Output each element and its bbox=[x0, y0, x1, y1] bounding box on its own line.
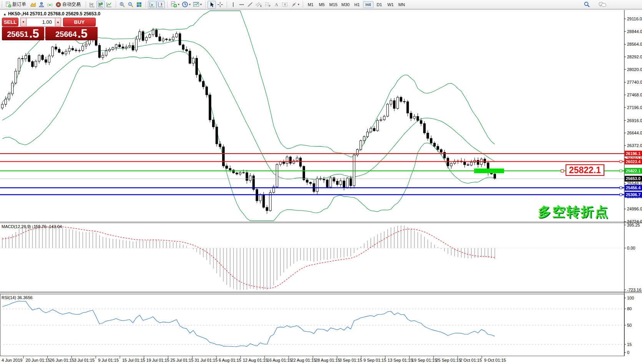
profile-button[interactable] bbox=[37, 1, 46, 8]
zoom-in-icon bbox=[119, 2, 125, 8]
svg-text:E: E bbox=[260, 5, 262, 7]
zoom-in-button[interactable] bbox=[118, 1, 126, 8]
svg-text:0.00: 0.00 bbox=[627, 246, 635, 250]
periods-icon bbox=[182, 1, 188, 8]
indicators-button[interactable]: ▾ bbox=[169, 1, 181, 8]
market-watch-icon bbox=[30, 2, 36, 8]
cursor-button[interactable] bbox=[207, 1, 216, 8]
price-tag-26023.4: 26023.4 bbox=[626, 159, 640, 164]
timeframe-W1[interactable]: W1 bbox=[385, 1, 396, 8]
svg-text:25 Jul 01:15: 25 Jul 01:15 bbox=[171, 358, 194, 362]
text-label-icon: T bbox=[282, 2, 289, 8]
svg-text:20 Jun 01:15: 20 Jun 01:15 bbox=[26, 358, 50, 362]
equidistant-channel-button[interactable]: E bbox=[254, 1, 263, 8]
bar-chart-button[interactable] bbox=[88, 1, 96, 8]
timeframe-H4[interactable]: H4 bbox=[363, 1, 373, 8]
volume-stepper: ▼ ▲ bbox=[20, 18, 61, 26]
fibonacci-button[interactable]: F bbox=[263, 1, 272, 8]
templates-button[interactable]: ▾ bbox=[192, 1, 203, 8]
timeframe-H1[interactable]: H1 bbox=[352, 1, 362, 8]
chat-button[interactable] bbox=[597, 1, 607, 8]
indicators-icon bbox=[171, 1, 177, 8]
fibonacci-icon: F bbox=[264, 2, 271, 8]
svg-text:T: T bbox=[284, 3, 286, 7]
new-order-icon bbox=[5, 2, 12, 8]
toolbar-separator bbox=[167, 1, 168, 8]
vertical-line-button[interactable] bbox=[229, 1, 237, 8]
horizontal-line-button[interactable] bbox=[237, 1, 246, 8]
svg-text:24996.0: 24996.0 bbox=[627, 207, 642, 211]
trendline-button[interactable] bbox=[246, 1, 254, 8]
text-button[interactable]: A bbox=[272, 1, 280, 8]
candlestick-chart-button[interactable] bbox=[96, 1, 105, 8]
periods-caret[interactable]: ▾ bbox=[189, 3, 191, 6]
chart-title: ▲HK50-,H4 25701.0 25768.0 25629.5 25653.… bbox=[3, 11, 100, 17]
svg-text:50: 50 bbox=[627, 323, 632, 328]
price-tag-25653.0: 25653.0 bbox=[626, 176, 640, 181]
toolbar-group-objects: ▾ ▾ ▾ bbox=[169, 0, 203, 9]
connector-handle[interactable] bbox=[561, 170, 564, 172]
chart-shift-button[interactable] bbox=[156, 1, 165, 8]
timeframe-M5[interactable]: M5 bbox=[317, 1, 327, 8]
line-chart-icon bbox=[106, 2, 112, 8]
chart-area[interactable]: 29116.028844.028564.028292.028020.027740… bbox=[0, 0, 642, 364]
toolbar-group-trade: 新订单 自动交易 bbox=[2, 0, 83, 9]
support-price-label[interactable]: 25822.1 bbox=[566, 164, 604, 176]
svg-text:0: 0 bbox=[627, 350, 629, 355]
toolbar-group-cursor bbox=[207, 0, 224, 9]
sell-button[interactable]: SELL bbox=[2, 18, 18, 26]
templates-caret[interactable]: ▾ bbox=[200, 3, 202, 6]
volume-decrease-button[interactable]: ▼ bbox=[20, 18, 27, 26]
timeframe-MN[interactable]: MN bbox=[396, 1, 407, 8]
auto-trading-label: 自动交易 bbox=[62, 1, 81, 8]
chat-icon bbox=[599, 2, 606, 8]
line-handle[interactable] bbox=[620, 170, 622, 172]
trendline-icon bbox=[247, 2, 253, 8]
periods-button[interactable]: ▾ bbox=[181, 1, 192, 8]
svg-text:28564.0: 28564.0 bbox=[627, 42, 642, 46]
timeframe-M15[interactable]: M15 bbox=[328, 1, 339, 8]
svg-text:-723.16: -723.16 bbox=[627, 288, 641, 292]
search-button[interactable] bbox=[582, 1, 591, 8]
buy-price-display[interactable]: 25664.5 bbox=[45, 27, 98, 40]
auto-trading-icon bbox=[55, 2, 61, 8]
zoom-out-button[interactable] bbox=[126, 1, 135, 8]
auto-trading-button[interactable]: 自动交易 bbox=[54, 1, 83, 8]
support-highlight-bar[interactable] bbox=[474, 169, 504, 173]
timeframe-M30[interactable]: M30 bbox=[340, 1, 351, 8]
buy-button[interactable]: BUY bbox=[63, 18, 96, 26]
line-chart-button[interactable] bbox=[105, 1, 113, 8]
toolbar-right bbox=[582, 1, 607, 8]
cursor-icon bbox=[209, 2, 215, 8]
toolbar-group-zoom bbox=[118, 0, 143, 9]
templates-icon bbox=[193, 1, 199, 8]
timeframe-M1[interactable]: M1 bbox=[305, 1, 316, 8]
tile-windows-button[interactable] bbox=[135, 1, 143, 8]
arrows-button[interactable]: ▾ bbox=[290, 1, 300, 8]
crosshair-button[interactable] bbox=[216, 1, 224, 8]
auto-scroll-button[interactable] bbox=[148, 1, 156, 8]
svg-text:28 Aug 01:15: 28 Aug 01:15 bbox=[315, 358, 340, 362]
text-label-button[interactable]: T bbox=[280, 1, 290, 8]
chart-shift-icon bbox=[158, 2, 164, 8]
sell-price-display[interactable]: 25651.5 bbox=[2, 27, 44, 40]
collapse-icon[interactable]: ▲ bbox=[3, 12, 7, 16]
arrows-caret[interactable]: ▾ bbox=[298, 3, 299, 6]
rsi-indicator-label: RSI(14) 36.3656 bbox=[2, 295, 33, 300]
crosshair-icon bbox=[217, 2, 223, 8]
market-watch-button[interactable] bbox=[29, 1, 37, 8]
volume-increase-button[interactable]: ▲ bbox=[55, 18, 61, 26]
line-handle[interactable] bbox=[620, 194, 622, 196]
buy-price-fraction: .5 bbox=[78, 27, 88, 40]
turning-point-note: 多空转折点 bbox=[538, 203, 609, 221]
indicators-caret[interactable]: ▾ bbox=[178, 3, 179, 6]
timeframe-D1[interactable]: D1 bbox=[374, 1, 385, 8]
buy-price-main: 25664 bbox=[55, 28, 77, 40]
signal-button[interactable] bbox=[46, 1, 54, 8]
sell-price-fraction: .5 bbox=[29, 27, 39, 40]
new-order-button[interactable]: 新订单 bbox=[4, 1, 29, 8]
line-handle[interactable] bbox=[620, 160, 622, 163]
volume-input[interactable] bbox=[27, 18, 55, 26]
line-handle[interactable] bbox=[620, 187, 622, 189]
vertical-line-icon bbox=[231, 2, 236, 8]
